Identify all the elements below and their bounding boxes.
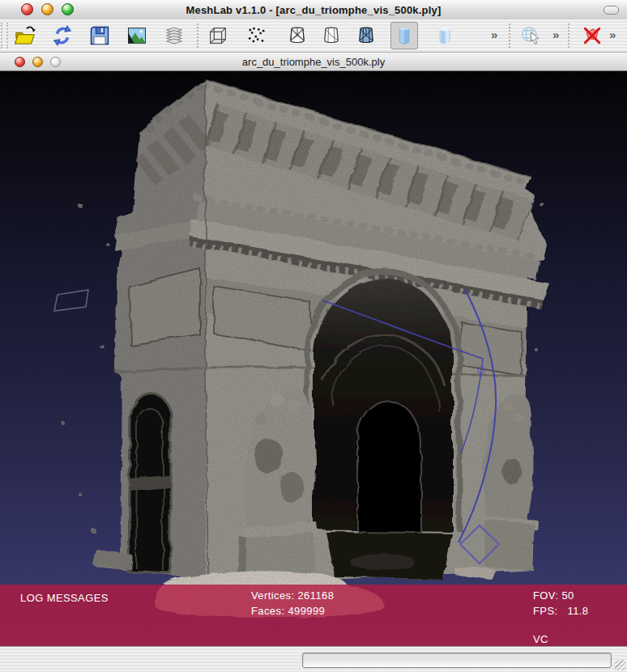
vertices-label: Vertices: [251, 589, 294, 602]
globe-help-button[interactable] [517, 22, 544, 49]
save-button[interactable] [86, 22, 113, 49]
faces-value: 499999 [288, 605, 325, 617]
render-flat-lines-button[interactable] [352, 22, 380, 49]
window-title: MeshLab v1.1.0 - [arc_du_triomphe_vis_50… [186, 4, 441, 16]
toolbar-overflow-chevron[interactable]: » [491, 28, 497, 41]
snapshot-image-icon [126, 24, 148, 47]
fov-stat: FOV: 50 [533, 589, 574, 602]
wireframe-icon [286, 24, 309, 47]
color-mode-label: VC [533, 633, 548, 645]
flat-lines-icon [355, 24, 377, 47]
resize-grip[interactable] [615, 660, 625, 670]
flat-shading-icon [393, 24, 416, 47]
render-wireframe-button[interactable] [284, 22, 311, 49]
main-toolbar: » » » [0, 19, 627, 53]
zoom-button[interactable] [62, 3, 74, 15]
close-button[interactable] [21, 3, 33, 15]
render-smooth-button[interactable] [431, 22, 459, 49]
toolbar-separator [568, 23, 569, 48]
fov-value: 50 [561, 589, 574, 602]
reload-icon [51, 24, 74, 47]
vertices-value: 261168 [297, 589, 334, 602]
delete-mesh-icon [581, 24, 604, 47]
folder-open-icon [13, 23, 37, 48]
arc-de-triomphe-mesh [0, 71, 627, 646]
minimize-button[interactable] [41, 3, 53, 15]
render-flat-button[interactable] [390, 22, 418, 49]
fps-value: 11.8 [568, 605, 589, 617]
log-messages-label: LOG MESSAGES [20, 592, 109, 604]
render-bbox-button[interactable] [204, 22, 232, 49]
meshlab-window: MeshLab v1.1.0 - [arc_du_triomphe_vis_50… [0, 0, 627, 672]
fps-stat: FPS: 11.8 [533, 605, 588, 617]
toolbar-overflow-chevron[interactable]: » [552, 28, 559, 41]
window-titlebar[interactable]: MeshLab v1.1.0 - [arc_du_triomphe_vis_50… [0, 0, 627, 20]
render-points-button[interactable] [243, 22, 271, 49]
faces-label: Faces: [251, 605, 284, 617]
toolbar-separator [197, 23, 198, 48]
fov-label: FOV: [533, 589, 558, 602]
document-zoom-button[interactable] [50, 57, 61, 67]
status-bar [0, 646, 627, 672]
bounding-box-icon [207, 24, 229, 47]
gl-viewport[interactable]: LOG MESSAGES Vertices: 261168 Faces: 499… [0, 71, 627, 646]
document-close-button[interactable] [15, 57, 25, 67]
render-hidden-lines-button[interactable] [318, 22, 345, 49]
layers-button[interactable] [160, 22, 188, 49]
snapshot-button[interactable] [123, 22, 151, 49]
progress-bar [302, 653, 612, 668]
toolbar-drag-handle[interactable] [1, 23, 8, 49]
layers-stack-icon [163, 24, 186, 47]
hidden-lines-icon [320, 24, 343, 47]
floppy-save-icon [88, 24, 111, 47]
reload-button[interactable] [49, 22, 76, 49]
document-titlebar[interactable]: arc_du_triomphe_vis_500k.ply [0, 52, 627, 71]
document-minimize-button[interactable] [32, 57, 43, 67]
toolbar-toggle-pill[interactable] [604, 6, 619, 15]
toolbar-separator [509, 23, 510, 48]
faces-stat: Faces: 499999 [251, 605, 325, 617]
toolbar-overflow-chevron[interactable]: » [609, 28, 616, 41]
open-button[interactable] [11, 22, 39, 49]
globe-cursor-icon [519, 24, 542, 47]
points-icon [245, 24, 268, 47]
document-title: arc_du_triomphe_vis_500k.ply [242, 56, 385, 68]
smooth-shading-icon [433, 24, 456, 47]
vertices-stat: Vertices: 261168 [251, 589, 334, 602]
fps-label: FPS: [533, 605, 558, 617]
delete-mesh-button[interactable] [578, 22, 606, 49]
